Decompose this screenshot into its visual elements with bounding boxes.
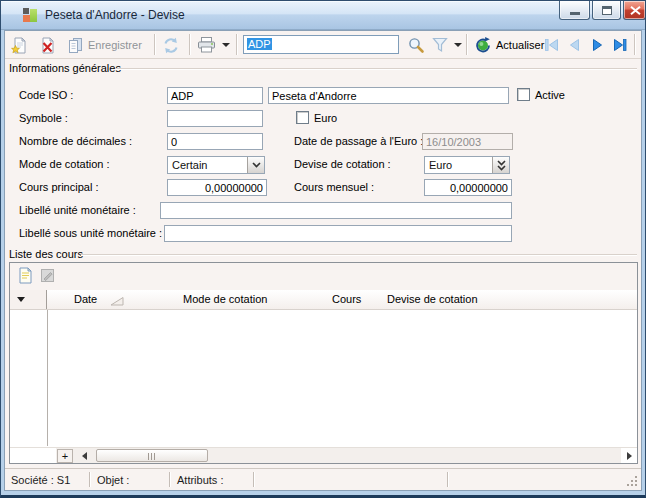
close-button[interactable] xyxy=(623,1,646,20)
chevron-down-icon xyxy=(454,43,462,47)
print-button[interactable] xyxy=(195,33,218,57)
toolbar-separator xyxy=(236,34,237,55)
scroll-left-icon xyxy=(82,452,87,460)
column-header-mode-cotation[interactable]: Mode de cotation xyxy=(183,293,267,305)
minimize-button[interactable] xyxy=(559,1,590,20)
filter-button[interactable] xyxy=(430,33,451,57)
grid-horizontal-scrollbar[interactable]: + xyxy=(10,447,637,463)
column-header-date[interactable]: Date xyxy=(74,293,97,305)
combo-dropdown-button[interactable] xyxy=(247,157,264,173)
cours-list-section-title: Liste des cours xyxy=(9,248,83,260)
general-section-title: Informations générales xyxy=(9,62,121,74)
last-record-button[interactable] xyxy=(609,33,631,57)
status-separator xyxy=(169,472,170,487)
main-toolbar: Enregistrer xyxy=(5,31,641,59)
mode-cotation-value: Certain xyxy=(172,159,207,171)
save-button[interactable]: Enregistrer xyxy=(65,33,144,57)
delete-button[interactable] xyxy=(37,33,58,57)
group-divider xyxy=(115,68,637,69)
search-button[interactable] xyxy=(406,33,427,57)
combo-double-dropdown-button[interactable] xyxy=(492,157,509,173)
row-selector-icon xyxy=(17,297,25,302)
cours-principal-field[interactable] xyxy=(167,179,267,196)
refresh-button[interactable] xyxy=(160,33,182,57)
filter-funnel-icon xyxy=(432,37,449,53)
toolbar-separator xyxy=(466,34,467,55)
devise-cotation-label: Devise de cotation : xyxy=(294,158,391,170)
scrollbar-grip-icon xyxy=(148,453,149,460)
double-chevron-down-icon xyxy=(497,160,506,171)
status-separator xyxy=(89,472,90,487)
resize-grip[interactable] xyxy=(635,484,637,486)
scroll-right-button[interactable] xyxy=(621,449,637,463)
grid-edit-button[interactable] xyxy=(37,267,57,287)
search-icon xyxy=(408,37,425,54)
maximize-button[interactable] xyxy=(592,1,621,20)
refresh-icon xyxy=(162,37,180,54)
status-societe: Société : S1 xyxy=(11,474,70,486)
euro-checkbox[interactable] xyxy=(296,111,309,124)
mode-cotation-select[interactable]: Certain xyxy=(167,156,265,174)
app-icon xyxy=(23,8,38,23)
cours-mensuel-field[interactable] xyxy=(424,179,512,196)
code-iso-field[interactable] xyxy=(167,87,263,104)
libelle-unite-field[interactable] xyxy=(160,202,512,219)
devise-window: Peseta d'Andorre - Devise xyxy=(0,0,646,498)
libelle-unite-label: Libellé unité monétaire : xyxy=(19,204,136,216)
grid-toolbar xyxy=(10,263,637,290)
actualiser-icon xyxy=(474,36,492,54)
cours-grid: Date Mode de cotation Cours Devise de co… xyxy=(9,262,638,464)
grid-add-line-button[interactable]: + xyxy=(57,449,73,463)
next-record-button[interactable] xyxy=(587,33,607,57)
status-bar: Société : S1 Objet : Attributs : xyxy=(5,468,641,490)
new-row-icon xyxy=(18,267,33,284)
first-record-button[interactable] xyxy=(541,33,563,57)
new-document-icon xyxy=(11,37,28,54)
window-title: Peseta d'Andorre - Devise xyxy=(45,1,185,30)
scroll-left-button[interactable] xyxy=(76,449,92,463)
window-content: Enregistrer xyxy=(4,30,642,491)
print-dropdown-button[interactable] xyxy=(220,33,232,57)
column-header-devise-cotation[interactable]: Devise de cotation xyxy=(387,293,478,305)
toolbar-separator xyxy=(154,34,155,55)
group-divider xyxy=(81,254,637,255)
status-attributs: Attributs : xyxy=(177,474,223,486)
actualiser-button[interactable]: Actualiser xyxy=(472,33,546,57)
toolbar-separator xyxy=(634,34,635,55)
symbole-field[interactable] xyxy=(167,110,263,127)
status-objet: Objet : xyxy=(97,474,129,486)
scroll-right-icon xyxy=(627,452,632,460)
devise-name-field[interactable] xyxy=(268,87,509,104)
status-separator xyxy=(447,472,448,487)
search-input[interactable]: ADP xyxy=(243,35,399,54)
row-selector-header[interactable] xyxy=(10,290,47,309)
devise-cotation-select[interactable]: Euro xyxy=(424,156,510,174)
date-euro-field xyxy=(422,133,513,150)
column-header-cours[interactable]: Cours xyxy=(332,293,361,305)
toolbar-separator xyxy=(189,34,190,55)
cours-mensuel-label: Cours mensuel : xyxy=(294,181,374,193)
last-record-icon xyxy=(611,37,629,53)
filter-dropdown-button[interactable] xyxy=(452,33,464,57)
next-record-icon xyxy=(589,37,605,53)
symbole-label: Symbole : xyxy=(19,112,68,124)
search-input-selected-text: ADP xyxy=(247,38,272,50)
title-bar[interactable]: Peseta d'Andorre - Devise xyxy=(1,1,645,30)
cours-principal-label: Cours principal : xyxy=(19,181,98,193)
euro-checkbox-label: Euro xyxy=(314,112,337,124)
grid-header-row: Date Mode de cotation Cours Devise de co… xyxy=(10,290,637,310)
save-button-label: Enregistrer xyxy=(88,39,142,51)
active-checkbox[interactable] xyxy=(517,88,530,101)
libelle-sous-unite-field[interactable] xyxy=(164,225,512,242)
previous-record-button[interactable] xyxy=(564,33,584,57)
grid-add-button[interactable] xyxy=(15,267,35,287)
status-separator xyxy=(253,472,254,487)
maximize-icon xyxy=(602,6,612,15)
close-icon xyxy=(630,6,641,15)
printer-icon xyxy=(197,37,216,53)
decimales-field[interactable] xyxy=(167,133,263,150)
save-icon xyxy=(67,37,84,54)
scrollbar-thumb[interactable] xyxy=(96,449,208,462)
new-button[interactable] xyxy=(9,33,30,57)
cours-grid-body xyxy=(10,310,637,446)
